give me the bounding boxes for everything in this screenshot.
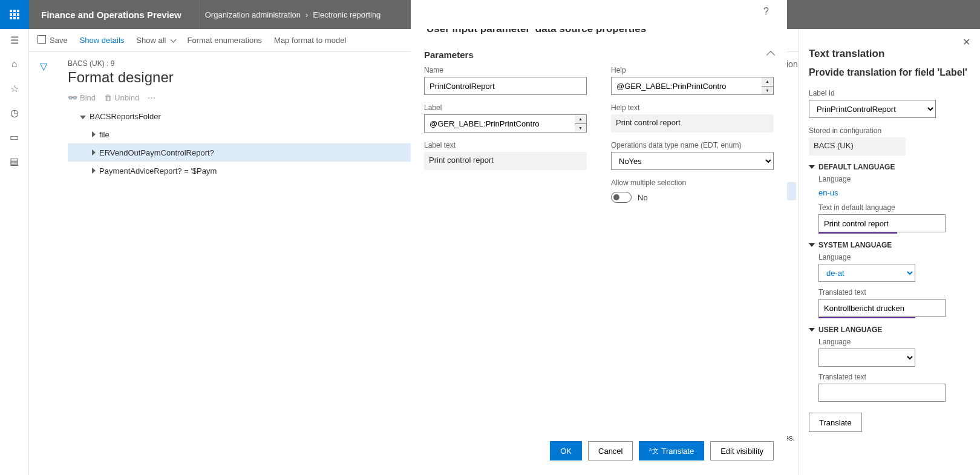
panel-subtitle: Provide translation for field 'Label' xyxy=(809,60,970,89)
breadcrumb-item[interactable]: Electronic reporting xyxy=(313,10,381,19)
default-language-value: en-us xyxy=(818,186,970,203)
header-title: Finance and Operations Preview xyxy=(29,10,194,20)
menu-icon[interactable]: ☰ xyxy=(8,34,21,46)
field-label: Operations data type name (EDT, enum) xyxy=(611,141,774,152)
field-label: Label xyxy=(424,103,587,114)
unbind-button[interactable]: 🗑 Unbind xyxy=(104,93,139,102)
close-icon[interactable]: ✕ xyxy=(809,36,970,48)
field-label: Label text xyxy=(424,141,587,152)
breadcrumb: Organization administration › Electronic… xyxy=(200,0,386,29)
field-label: Translated text xyxy=(818,288,970,299)
workspaces-icon[interactable]: ▭ xyxy=(8,131,21,143)
field-label: Allow multiple selection xyxy=(611,179,774,189)
show-details-button[interactable]: Show details xyxy=(80,36,125,45)
translate-button[interactable]: Translate xyxy=(809,413,862,432)
toggle-label: No xyxy=(638,193,648,202)
label-id-select[interactable]: PrinPrintControlReport xyxy=(809,100,936,118)
star-icon[interactable]: ☆ xyxy=(8,82,21,94)
content-area: Save Show details Show all Format enumer… xyxy=(29,29,799,475)
section-default-language[interactable]: DEFAULT LANGUAGE xyxy=(809,156,970,175)
user-translated-text-input[interactable] xyxy=(818,384,946,402)
save-label: Save xyxy=(50,36,68,45)
user-language-select[interactable] xyxy=(818,349,915,367)
format-enumerations-button[interactable]: Format enumerations xyxy=(188,36,263,45)
field-label: Text in default language xyxy=(818,203,970,214)
field-label: Help text xyxy=(611,103,774,114)
field-label: Language xyxy=(818,338,970,349)
tree-label: ERVendOutPaymControlReport? xyxy=(99,148,214,157)
properties-dialog: ? 'User input parameter' data source pro… xyxy=(411,0,787,475)
translation-panel: ✕ Text translation Provide translation f… xyxy=(799,29,980,475)
spinner-buttons[interactable]: ▲▼ xyxy=(762,77,774,95)
home-icon[interactable]: ⌂ xyxy=(8,58,21,70)
system-language-select[interactable]: de-at xyxy=(818,264,915,282)
field-label: Stored in configuration xyxy=(809,126,970,137)
translate-icon: ᴬ文 xyxy=(649,447,659,456)
field-label: Help xyxy=(611,66,774,77)
modal-help: ? xyxy=(411,6,774,17)
waffle-icon xyxy=(10,10,19,19)
field-label: Language xyxy=(818,253,970,264)
cancel-button[interactable]: Cancel xyxy=(588,441,633,460)
help-input[interactable] xyxy=(611,77,762,95)
save-icon xyxy=(38,35,47,45)
translated-text-input[interactable] xyxy=(818,299,946,317)
modules-icon[interactable]: ▤ xyxy=(8,155,21,167)
tree-label: PaymentAdviceReport? = '$Paym xyxy=(99,166,217,175)
expand-icon xyxy=(80,112,86,121)
label-input[interactable] xyxy=(424,114,575,133)
map-format-button[interactable]: Map format to model xyxy=(274,36,346,45)
panel-title: Text translation xyxy=(809,48,970,60)
name-input[interactable] xyxy=(424,77,587,95)
bind-button[interactable]: 👓 Bind xyxy=(68,93,96,102)
breadcrumb-sep: › xyxy=(301,10,313,19)
expand-icon xyxy=(92,148,96,157)
edit-visibility-button[interactable]: Edit visibility xyxy=(710,441,774,460)
filter-rail: ▽ xyxy=(29,52,58,475)
field-label: Name xyxy=(424,66,587,77)
section-header[interactable]: Parameters xyxy=(424,46,774,66)
recent-icon[interactable]: ◷ xyxy=(8,106,21,119)
section-label: Parameters xyxy=(424,50,474,60)
section-system-language[interactable]: SYSTEM LANGUAGE xyxy=(809,234,970,253)
show-all-button[interactable]: Show all xyxy=(136,36,175,45)
stored-config-value: BACS (UK) xyxy=(809,137,906,156)
chevron-up-icon xyxy=(766,50,775,59)
ok-button[interactable]: OK xyxy=(550,441,582,460)
form-grid: Name Help ▲▼ Label ▲▼ xyxy=(424,66,774,203)
field-label: Language xyxy=(818,175,970,186)
more-button[interactable]: ⋯ xyxy=(148,93,155,102)
waffle-button[interactable] xyxy=(0,0,29,29)
expand-icon xyxy=(92,166,96,175)
help-text-value: Print control report xyxy=(611,114,774,133)
label-text-value: Print control report xyxy=(424,152,587,170)
breadcrumb-item[interactable]: Organization administration xyxy=(205,10,301,19)
left-rail: ☰ ⌂ ☆ ◷ ▭ ▤ xyxy=(0,29,29,475)
dialog-footer: OK Cancel ᴬ文 Translate Edit visibility xyxy=(424,429,774,467)
field-label: Label Id xyxy=(809,89,970,100)
expand-icon xyxy=(92,130,96,139)
default-text-input[interactable] xyxy=(818,214,946,232)
filter-icon[interactable]: ▽ xyxy=(40,61,47,475)
datatype-select[interactable]: NoYes xyxy=(611,152,774,170)
tree-label: file xyxy=(99,130,109,139)
multi-toggle[interactable] xyxy=(611,192,632,203)
spinner-buttons[interactable]: ▲▼ xyxy=(575,114,587,133)
help-icon[interactable]: ? xyxy=(763,6,769,16)
section-user-language[interactable]: USER LANGUAGE xyxy=(809,318,970,338)
save-button[interactable]: Save xyxy=(38,35,68,45)
translate-button[interactable]: ᴬ文 Translate xyxy=(639,441,704,460)
field-label: Translated text xyxy=(818,373,970,384)
tree-label: BACSReportsFolder xyxy=(90,112,161,121)
